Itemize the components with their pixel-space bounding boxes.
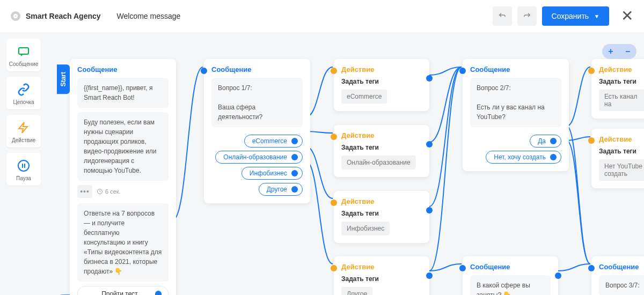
port-out[interactable] xyxy=(291,186,298,193)
node-action-has-channel[interactable]: Действие Задать теги Есть канал на xyxy=(591,59,644,119)
port-out[interactable] xyxy=(550,154,557,160)
quick-reply[interactable]: eCommerce xyxy=(244,135,303,148)
more-icon[interactable]: ••• xyxy=(77,185,92,198)
link-icon xyxy=(17,83,30,96)
node-action-education[interactable]: Действие Задать теги Онлайн-образование xyxy=(334,125,429,177)
pause-icon xyxy=(17,159,30,172)
zoom-controls: + – xyxy=(602,44,636,59)
node-title: Действие xyxy=(334,59,429,78)
action-label: Задать теги xyxy=(599,148,644,155)
action-label: Задать теги xyxy=(341,78,422,85)
header-left: Smart Reach Agency Welcome message xyxy=(11,11,180,21)
tag-chip: Есть канал на xyxy=(599,90,644,111)
delay-row: ••• 6 сек. xyxy=(77,185,169,198)
brand[interactable]: Smart Reach Agency xyxy=(11,11,101,21)
caret-down-icon: ▼ xyxy=(594,13,599,19)
undo-button[interactable] xyxy=(493,6,512,26)
sidebar-label: Пауза xyxy=(16,175,31,181)
port-in[interactable] xyxy=(331,68,337,74)
port-out[interactable] xyxy=(426,75,433,82)
node-question-1[interactable]: Сообщение Вопрос 1/7: Ваша сфера деятель… xyxy=(204,59,310,203)
node-question-3[interactable]: Сообщение Вопрос 3/7: xyxy=(591,256,644,295)
svg-rect-0 xyxy=(19,48,28,54)
reply-button[interactable]: Пройти тест xyxy=(77,286,169,295)
node-title: Сообщение xyxy=(204,59,310,78)
save-button[interactable]: Сохранить ▼ xyxy=(542,6,609,26)
node-action-infobiz[interactable]: Действие Задать теги Инфобизнес xyxy=(334,191,429,243)
port-out[interactable] xyxy=(291,170,298,176)
sidebar: Сообщение Цепочка Действие Пауза xyxy=(6,39,41,186)
action-label: Задать теги xyxy=(599,78,644,85)
tag-chip: Онлайн-образование xyxy=(341,156,416,169)
message-text: Вопрос 2/7: Есть ли у вас канал на YouTu… xyxy=(470,78,561,127)
node-question-2[interactable]: Сообщение Вопрос 2/7: Есть ли у вас кана… xyxy=(463,59,569,171)
port-in[interactable] xyxy=(588,137,595,144)
canvas[interactable]: + – Start Сообщение {{first_name}}, пр xyxy=(0,32,644,295)
node-title: Сообщение xyxy=(463,59,569,78)
message-text: {{first_name}}, привет, я Smart Reach Bo… xyxy=(77,78,169,108)
quick-reply[interactable]: Нет, хочу создать xyxy=(486,151,561,164)
close-button[interactable]: ✕ xyxy=(621,9,633,24)
port-out[interactable] xyxy=(550,138,557,144)
port-out[interactable] xyxy=(155,291,162,295)
sidebar-item-message[interactable]: Сообщение xyxy=(6,39,41,71)
quick-reply[interactable]: Инфобизнес xyxy=(241,167,303,180)
sidebar-item-action[interactable]: Действие xyxy=(6,115,41,148)
sidebar-label: Сообщение xyxy=(9,61,38,67)
sidebar-label: Действие xyxy=(12,137,35,143)
node-title: Сообщение xyxy=(70,59,176,78)
node-title: Действие xyxy=(334,125,429,144)
message-text: В какой сфере вы заняты? 👇 xyxy=(470,275,551,295)
port-in[interactable] xyxy=(331,265,337,271)
header-right: Сохранить ▼ ✕ xyxy=(493,6,633,26)
node-title: Действие xyxy=(591,59,644,78)
node-title: Сообщение xyxy=(463,256,558,275)
message-text: Вопрос 3/7: xyxy=(599,275,644,295)
sidebar-item-pause[interactable]: Пауза xyxy=(6,153,41,186)
start-tag: Start xyxy=(57,64,70,94)
action-label: Задать теги xyxy=(341,144,422,151)
sidebar-item-chain[interactable]: Цепочка xyxy=(6,77,41,109)
quick-reply[interactable]: Да xyxy=(530,135,561,148)
port-out[interactable] xyxy=(426,207,433,213)
node-title: Действие xyxy=(334,191,429,210)
node-sphere-question[interactable]: Сообщение В какой сфере вы заняты? 👇 xyxy=(463,256,558,295)
quick-reply[interactable]: Онлайн-образование xyxy=(215,151,303,164)
node-action-no-channel[interactable]: Действие Задать теги Нет YouTube создать xyxy=(591,129,644,188)
tag-chip: eCommerce xyxy=(341,90,387,104)
port-out[interactable] xyxy=(291,154,298,160)
node-start-message[interactable]: Start Сообщение {{first_name}}, привет, … xyxy=(70,59,176,295)
port-in[interactable] xyxy=(588,68,595,74)
port-in[interactable] xyxy=(459,68,466,74)
header: Smart Reach Agency Welcome message Сохра… xyxy=(0,0,644,32)
save-label: Сохранить xyxy=(552,12,589,20)
port-out[interactable] xyxy=(291,138,298,144)
port-in[interactable] xyxy=(331,134,337,140)
node-action-ecommerce[interactable]: Действие Задать теги eCommerce xyxy=(334,59,429,111)
port-in[interactable] xyxy=(331,200,337,206)
node-action-other[interactable]: Действие Задать теги Другое xyxy=(334,256,429,295)
node-title: Действие xyxy=(334,256,429,275)
brand-name: Smart Reach Agency xyxy=(26,12,101,20)
zoom-in-button[interactable]: + xyxy=(602,44,619,59)
port-in[interactable] xyxy=(459,265,466,271)
tag-chip: Инфобизнес xyxy=(341,222,390,235)
message-text: Буду полезен, если вам нужны сценарии пр… xyxy=(77,112,169,181)
delay-label: 6 сек. xyxy=(97,188,121,195)
sidebar-label: Цепочка xyxy=(13,99,34,105)
tag-chip: Нет YouTube создать xyxy=(599,159,644,181)
redo-button[interactable] xyxy=(517,6,537,26)
message-text: Вопрос 1/7: Ваша сфера деятельности? xyxy=(211,78,303,127)
message-text: Ответьте на 7 вопросов — и получите бесп… xyxy=(77,203,169,282)
node-title: Действие xyxy=(591,129,644,148)
zoom-out-button[interactable]: – xyxy=(619,44,636,59)
port-out[interactable] xyxy=(426,141,433,148)
quick-reply[interactable]: Другое xyxy=(259,183,303,196)
port-out[interactable] xyxy=(426,272,433,279)
port-in[interactable] xyxy=(588,265,595,271)
message-icon xyxy=(17,45,30,58)
port-in[interactable] xyxy=(201,68,207,74)
flow-name[interactable]: Welcome message xyxy=(117,12,181,20)
port-out[interactable] xyxy=(555,272,561,279)
tag-chip: Другое xyxy=(341,287,372,295)
